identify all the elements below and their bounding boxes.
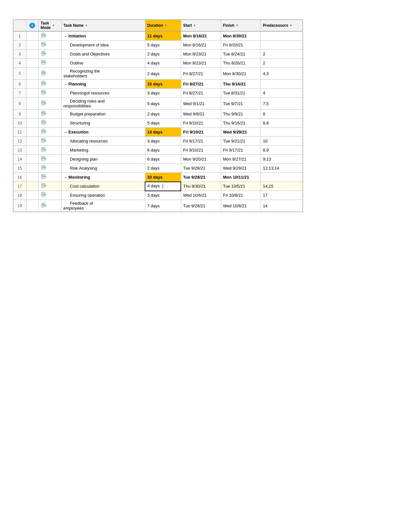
task-name-cell[interactable]: − Planning [61,80,145,89]
task-name-cell[interactable]: Recognizing thestakeholders [61,68,145,80]
pred-sort[interactable]: Predecessors ▼ [263,23,292,28]
start-value: Fri 8/27/21 [183,91,203,95]
collapse-icon[interactable]: − [65,83,67,86]
task-name-cell[interactable]: Budget preparation [61,110,145,119]
duration-cell: 7 days [145,200,181,212]
start-cell: Fri 9/10/21 [181,146,221,155]
task-name-cell[interactable]: Planningof resources [61,89,145,98]
predecessors-cell: 8 [261,110,303,119]
start-value: Mon 8/16/21 [183,43,206,47]
finish-sort[interactable]: Finish ▼ [223,23,239,28]
task-name-cell[interactable]: Outline [61,59,145,68]
task-mode-icon [41,156,48,163]
task-name-cell[interactable]: − Initiation [61,31,145,41]
predecessors-value: 4,3 [263,71,269,76]
row-number: 11 [14,128,26,137]
task-mode-icon [41,81,48,87]
start-cell: Tue 9/28/21 [181,200,221,212]
task-mode-cell [38,173,61,182]
row-number: 14 [14,155,26,164]
duration-spinner[interactable]: ▲▼ [161,184,164,189]
task-name-cell[interactable]: Designing plan [61,155,145,164]
row-info [26,31,38,41]
task-mode-cell [38,182,61,191]
row-number: 1 [14,31,26,41]
task-name-cell[interactable]: Allocating resources [61,137,145,146]
task-mode-icon [41,70,48,77]
taskmode-sort[interactable]: TaskMode ▼ [41,21,55,30]
task-name-cell[interactable]: Ensuring operation [61,191,145,200]
table-row: 4 Outline4 daysMon 8/23/21Thu 8/26/212 [14,59,303,68]
start-value: Mon 9/20/21 [183,157,206,162]
duration-value: 6 days [147,148,160,153]
info-icon: i [29,23,35,28]
task-name: Cost calculation [64,184,100,189]
row-info [26,128,38,137]
duration-sort[interactable]: Duration ▼ [147,23,167,28]
task-name-cell[interactable]: Risk Analysing [61,164,145,173]
collapse-icon[interactable]: − [65,176,67,179]
start-value: Fri 9/10/21 [183,130,204,134]
predecessors-cell: 4,3 [261,68,303,80]
start-cell: Mon 8/23/21 [181,59,221,68]
finish-cell: Thu 9/16/21 [221,119,261,128]
task-mode-icon [41,129,48,135]
task-name: − Monitoring [64,175,90,180]
task-name: Structuring [64,121,90,125]
row-number: 7 [14,89,26,98]
row-number: 17 [14,182,26,191]
task-name: Development of Idea [64,43,109,47]
task-name: − Initiation [64,34,86,38]
start-value: Wed 9/1/21 [183,101,204,106]
finish-cell: Mon 8/30/21 [221,31,261,41]
collapse-icon[interactable]: − [65,131,67,134]
task-mode-icon [41,147,48,153]
table-row: 16 − Monitoring 10 daysTue 9/28/21Mon 10… [14,173,303,182]
col-header-taskname[interactable]: Task Name ▼ [61,20,145,32]
finish-cell: Mon 8/30/21 [221,68,261,80]
row-number: 18 [14,191,26,200]
finish-value: Tue 8/24/21 [223,52,245,56]
task-name-cell[interactable]: Cost calculation [61,182,145,191]
task-name-cell[interactable]: Structuring [61,119,145,128]
start-cell: Fri 8/27/21 [181,68,221,80]
task-name-cell[interactable]: Deciding roles andresponsibilities [61,98,145,110]
task-mode-icon [41,33,48,39]
task-name-cell[interactable]: Goals and Objectives [61,50,145,59]
row-info [26,182,38,191]
col-header-start[interactable]: Start ▼ [181,20,221,32]
col-header-finish[interactable]: Finish ▼ [221,20,261,32]
predecessors-cell: 7,5 [261,98,303,110]
taskname-sort[interactable]: Task Name ▼ [64,23,88,28]
collapse-icon[interactable]: − [65,34,67,38]
col-header-predecessors[interactable]: Predecessors ▼ [261,20,303,32]
col-header-taskmode[interactable]: TaskMode ▼ [38,20,61,32]
task-name-cell[interactable]: Feedback ofemployees [61,200,145,212]
col-header-duration[interactable]: Duration ▼ [145,20,181,32]
task-mode-cell [38,89,61,98]
task-mode-icon [41,42,48,48]
task-mode-icon [41,60,48,66]
finish-cell: Mon 9/27/21 [221,155,261,164]
predecessors-value: 14 [263,203,267,208]
task-name-cell[interactable]: − Monitoring [61,173,145,182]
task-name-cell[interactable]: Development of Idea [61,41,145,50]
task-mode-cell [38,110,61,119]
finish-value: Wed 9/29/21 [223,130,247,134]
duration-value: 10 days [147,175,163,180]
task-name-cell[interactable]: − Execution [61,128,145,137]
start-value: Fri 9/10/21 [183,121,203,125]
task-name: Allocating resources [64,139,108,143]
row-info [26,80,38,89]
task-mode-icon [41,111,48,117]
row-info [26,98,38,110]
start-sort[interactable]: Start ▼ [183,23,196,28]
start-value: Thu 9/30/21 [183,184,205,189]
row-info [26,110,38,119]
row-number: 12 [14,137,26,146]
finish-value: Thu 9/9/21 [223,112,243,116]
table-row: 1 − Initiation 11 daysMon 8/16/21Mon 8/3… [14,31,303,41]
task-name-cell[interactable]: Marketing [61,146,145,155]
finish-cell: Tue 9/7/21 [221,98,261,110]
table-header: i TaskMode ▼ Task Name ▼ Durati [14,20,303,32]
